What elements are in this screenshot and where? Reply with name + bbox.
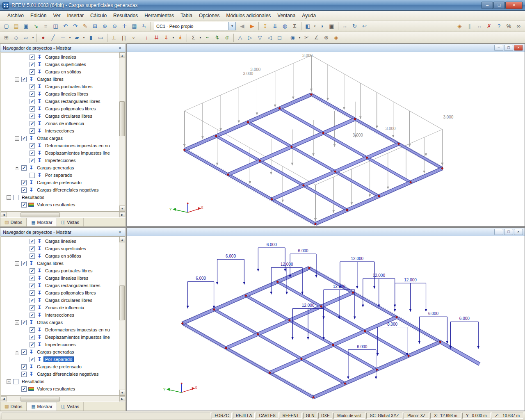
scroll-thumb[interactable] <box>21 397 60 402</box>
checkbox[interactable] <box>13 195 18 200</box>
status-toggle-forzc[interactable]: FORZC <box>212 413 231 419</box>
tree-item-cargas-diferenciales-negativas[interactable]: ✓↧Cargas diferenciales negativas <box>1 186 119 194</box>
new-surface-icon[interactable]: ▰ <box>72 33 82 42</box>
view-xy-icon[interactable]: ▷ <box>245 33 255 42</box>
tree-item-cargas-en-solidos[interactable]: ✓↧Cargas en sólidos <box>1 68 119 75</box>
menu-opciones[interactable]: Opciones <box>196 11 223 20</box>
tree-item-cargas-lineales[interactable]: ✓↧Cargas lineales <box>1 53 119 61</box>
new-surface-dropdown-icon[interactable]: ▾ <box>82 36 86 39</box>
new-member-icon[interactable]: ─ <box>58 33 68 42</box>
tree-item-cargas-de-pretensado[interactable]: ✓↧Cargas de pretensado <box>1 363 119 370</box>
checkbox[interactable]: ✓ <box>21 136 27 141</box>
scroll-track[interactable] <box>7 396 119 402</box>
new-opening-icon[interactable]: ▭ <box>96 33 105 42</box>
checkbox[interactable]: ✓ <box>30 62 35 67</box>
tree-horizontal-scrollbar[interactable]: ◀ ▶ <box>1 212 125 217</box>
tree-item-cargas-generadas[interactable]: −✓↧Cargas generadas <box>1 348 119 356</box>
checkbox[interactable]: ✓ <box>21 364 27 370</box>
checkbox[interactable]: ✓ <box>21 320 27 325</box>
tab-datos[interactable]: ▤Datos <box>0 402 27 411</box>
tree-item-cargas-rectangulares-libres[interactable]: ✓↧Cargas rectangulares libres <box>1 282 119 289</box>
combobox-dropdown-icon[interactable]: ▾ <box>228 22 235 30</box>
scroll-track[interactable] <box>7 212 119 218</box>
expander-icon[interactable]: − <box>7 195 11 200</box>
tree-item-cargas-generadas[interactable]: −✓↧Cargas generadas <box>1 164 119 171</box>
zoom-window-icon[interactable]: ⊞ <box>90 21 100 31</box>
checkbox[interactable]: ✓ <box>30 283 35 288</box>
load-case-combobox[interactable]: CC1 - Peso propio ▾ <box>154 22 236 30</box>
tree-item-resultados[interactable]: −Resultados <box>1 194 119 201</box>
menu-archivo[interactable]: Archivo <box>4 11 27 20</box>
camera-view-icon[interactable]: ▣ <box>327 21 336 31</box>
viewport-titlebar[interactable]: – □ × <box>127 228 525 236</box>
status-toggle-refent[interactable]: REFENT <box>280 413 302 419</box>
view-search-icon[interactable]: ∞ <box>514 21 523 31</box>
display-settings-icon[interactable]: ⊛ <box>322 33 331 42</box>
scroll-thumb[interactable] <box>119 101 125 136</box>
checkbox[interactable]: ✓ <box>30 151 35 156</box>
maximize-button[interactable]: □ <box>493 2 505 9</box>
snap-objects-icon[interactable]: ◈ <box>331 33 341 42</box>
tree-item-deformaciones-impuestas-en-nu[interactable]: ✓↧Deformaciones impuestas en nu <box>1 142 119 149</box>
undo-icon[interactable]: ↶ <box>61 21 70 31</box>
tree-item-cargas-poligonales-libres[interactable]: ✓↧Cargas poligonales libres <box>1 105 119 112</box>
status-toggle-dxf[interactable]: DXF <box>318 413 332 419</box>
checkbox[interactable] <box>30 173 35 178</box>
tree-item-otras-cargas[interactable]: −✓↧Otras cargas <box>1 319 119 326</box>
tree-horizontal-scrollbar[interactable]: ◀ ▶ <box>1 396 125 402</box>
checkbox[interactable]: ✓ <box>30 69 35 75</box>
checkbox[interactable] <box>13 379 18 384</box>
snap-grid-icon[interactable]: ⊞ <box>2 33 11 42</box>
tree-item-deformaciones-impuestas-en-nu[interactable]: ✓↧Deformaciones impuestas en nu <box>1 326 119 333</box>
minimize-button[interactable]: – <box>482 2 493 9</box>
tree-item-por-separado[interactable]: ↧Por separado <box>1 171 119 179</box>
checkbox[interactable]: ✓ <box>30 158 35 163</box>
calculate-dropdown-icon[interactable]: ▾ <box>199 36 202 39</box>
menu-modulos-adicionales[interactable]: Módulos adicionales <box>223 11 274 20</box>
tree-item-intersecciones[interactable]: ✓↧Intersecciones <box>1 311 119 319</box>
checkbox[interactable]: ✓ <box>30 91 35 97</box>
menu-insertar[interactable]: Insertar <box>64 11 87 20</box>
scroll-down-icon[interactable]: ▼ <box>119 390 125 395</box>
tab-vistas[interactable]: ◫Vistas <box>57 402 84 411</box>
new-member-dropdown-icon[interactable]: ▾ <box>68 36 72 39</box>
scroll-right-icon[interactable]: ▶ <box>119 396 125 402</box>
object-snap-icon[interactable]: ◈ <box>455 21 464 31</box>
zoom-out-icon[interactable]: ⊖ <box>110 21 119 31</box>
new-line-icon[interactable]: ╱ <box>48 33 58 42</box>
menu-tabla[interactable]: Tabla <box>177 11 196 20</box>
tab-mostrar[interactable]: ▦Mostrar <box>27 402 57 411</box>
results-deformation-icon[interactable]: ~ <box>203 33 212 42</box>
checkbox[interactable]: ✓ <box>21 261 27 266</box>
tree-item-cargas-rectangulares-libres[interactable]: ✓↧Cargas rectangulares libres <box>1 98 119 105</box>
checkbox[interactable]: ✓ <box>30 313 35 318</box>
tab-datos[interactable]: ▤Datos <box>0 218 27 226</box>
tree-item-cargas-puntuales-libres[interactable]: ✓↧Cargas puntuales libres <box>1 83 119 90</box>
viewport-minimize-button[interactable]: – <box>494 229 503 235</box>
scroll-left-icon[interactable]: ◀ <box>1 396 7 402</box>
viewport-top-canvas[interactable]: 3.0003.0003.0003.0003.0003.000YX <box>127 52 525 226</box>
show-load-values-icon[interactable]: ⇊ <box>270 21 280 31</box>
save-model-icon[interactable]: ▣ <box>21 21 31 31</box>
checkbox[interactable]: ✓ <box>21 372 27 377</box>
nodal-load-icon[interactable]: ↓ <box>142 33 151 42</box>
scroll-thumb[interactable] <box>21 212 60 217</box>
render-mode-icon[interactable]: ◧ <box>303 21 313 31</box>
checkbox[interactable]: ✓ <box>30 305 35 310</box>
expander-icon[interactable]: − <box>15 136 19 141</box>
print-icon[interactable]: ≡ <box>41 21 50 31</box>
scroll-up-icon[interactable]: ▲ <box>119 237 125 242</box>
previous-view-icon[interactable]: ↩ <box>360 21 369 31</box>
tree-vertical-scrollbar[interactable]: ▲ ▼ <box>119 237 125 395</box>
global-coordinate-system-icon[interactable]: ◍ <box>280 21 290 31</box>
new-node-icon[interactable]: ● <box>39 33 48 42</box>
checkbox[interactable]: ✓ <box>21 202 27 208</box>
checkbox[interactable]: ✓ <box>30 357 35 362</box>
tab-mostrar[interactable]: ▦Mostrar <box>27 218 57 226</box>
menu-calculo[interactable]: Cálculo <box>87 11 110 20</box>
open-model-icon[interactable]: ▤ <box>11 21 21 31</box>
expander-icon[interactable]: − <box>15 320 19 325</box>
checkbox[interactable]: ✓ <box>21 77 27 82</box>
import-icon[interactable]: ↘ <box>31 21 41 31</box>
checkbox[interactable]: ✓ <box>30 114 35 119</box>
